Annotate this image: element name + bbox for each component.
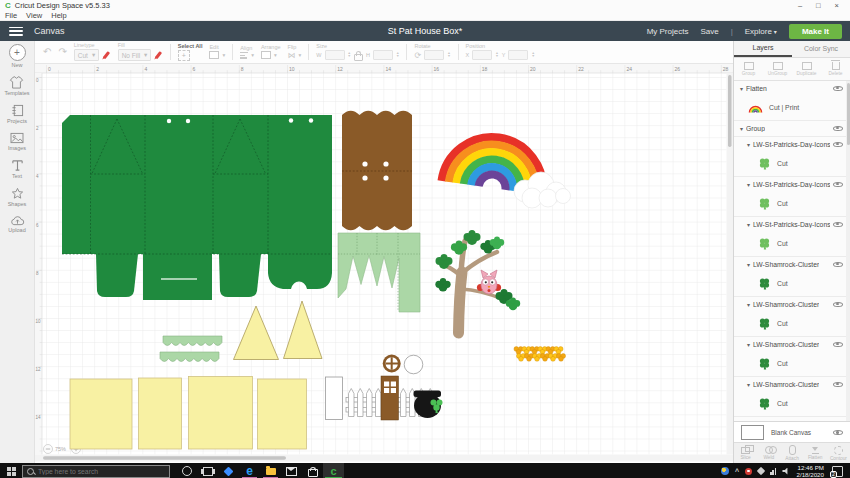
visibility-eye-icon[interactable] (833, 260, 843, 269)
v-scroll-thumb[interactable] (728, 75, 732, 147)
menu-help[interactable]: Help (51, 11, 66, 20)
search-input[interactable] (38, 468, 148, 475)
layer-group-icons[interactable]: ▾ LW-St-Patricks-Day-Icons-2 (734, 177, 850, 192)
caret-down-icon[interactable]: ▾ (747, 141, 750, 148)
round-door-window[interactable] (383, 354, 401, 372)
network-globe-tray-icon[interactable] (721, 467, 729, 475)
height-input[interactable] (373, 50, 393, 60)
flatten-button[interactable]: Flatten (804, 443, 827, 463)
visibility-eye-icon[interactable] (833, 140, 843, 149)
duplicate-button[interactable]: Duplicate (792, 58, 821, 80)
select-all-button[interactable]: + (178, 50, 190, 61)
action-center-icon[interactable]: 2 (832, 466, 843, 477)
design-canvas[interactable]: 0 2 4 6 8 10 12 14 16 18 20 22 24 26 (35, 64, 733, 463)
sidebar-item-text[interactable]: Text (11, 159, 24, 179)
cream-rectangles[interactable] (70, 376, 307, 449)
visibility-eye-icon[interactable] (833, 84, 843, 93)
layer-group-icons[interactable]: ▾ LW-St-Patricks-Day-Icons-2 (734, 137, 850, 152)
edge-app-button[interactable]: e (239, 463, 260, 478)
visibility-eye-icon[interactable] (833, 300, 843, 309)
tab-layers[interactable]: Layers (734, 41, 792, 57)
maximize-button[interactable]: □ (816, 1, 821, 10)
menu-view[interactable]: View (26, 11, 42, 20)
ungroup-button[interactable]: UnGroup (763, 58, 792, 80)
rotate-icon[interactable]: ⟳ (414, 51, 421, 60)
layer-linetype-label[interactable]: Cut (777, 400, 788, 407)
layer-linetype-label[interactable]: Cut (777, 320, 788, 327)
delete-button[interactable]: Delete (821, 58, 850, 80)
file-explorer-button[interactable] (260, 463, 281, 478)
task-view-button[interactable] (197, 463, 218, 478)
rotate-input[interactable] (424, 50, 444, 60)
cortana-button[interactable] (176, 463, 197, 478)
dropbox-app-button[interactable] (218, 463, 239, 478)
explore-dropdown[interactable]: Explore▾ (745, 27, 777, 36)
caret-down-icon[interactable]: ▾ (747, 381, 750, 388)
layer-item-clover[interactable]: Cut (734, 192, 850, 216)
caret-down-icon[interactable]: ▾ (747, 221, 750, 228)
caret-down-icon[interactable]: ▾ (747, 341, 750, 348)
h-scroll-thumb[interactable] (43, 456, 286, 460)
layer-linetype-label[interactable]: Cut (777, 360, 788, 367)
layer-group-shamrock-cluster[interactable]: ▾ LW-Shamrock-Cluster (734, 337, 850, 352)
cricut-app-button[interactable]: c (323, 463, 344, 478)
caret-down-icon[interactable]: ▾ (747, 421, 750, 422)
redo-icon[interactable]: ↷ (58, 47, 66, 57)
contour-button[interactable]: Contour (827, 443, 850, 463)
canvas-horizontal-scrollbar[interactable] (35, 454, 733, 461)
layer-item-shamrock[interactable]: Cut (734, 352, 850, 376)
my-projects-link[interactable]: My Projects (647, 27, 689, 36)
layer-linetype-label[interactable]: Cut (777, 200, 788, 207)
minimize-button[interactable]: – (798, 1, 802, 10)
white-rectangle[interactable] (326, 377, 343, 420)
width-stepper[interactable]: ▲▼ (348, 52, 351, 59)
slice-button[interactable]: Slice (734, 443, 757, 463)
visibility-eye-icon[interactable] (833, 420, 843, 422)
attach-button[interactable]: Attach (780, 443, 803, 463)
close-button[interactable]: × (835, 1, 839, 10)
layer-linetype-label[interactable]: Cut (777, 160, 788, 167)
group-button[interactable]: Group (734, 58, 763, 80)
dropbox-tray-icon[interactable] (757, 467, 765, 475)
layer-group-icons[interactable]: ▾ LW-St-Patricks-Day-Icons-2 (734, 217, 850, 232)
visibility-eye-icon[interactable] (833, 428, 843, 437)
layer-group-shamrock-cluster[interactable]: ▾ LW-Shamrock-Cluster (734, 297, 850, 312)
layer-linetype-label[interactable]: Cut (777, 280, 788, 287)
layer-item-shamrock[interactable]: Cut (734, 312, 850, 336)
caret-down-icon[interactable]: ▾ (747, 301, 750, 308)
save-link[interactable]: Save (700, 27, 718, 36)
sidebar-item-projects[interactable]: Projects (7, 104, 27, 124)
position-y-input[interactable] (508, 50, 528, 60)
sidebar-item-images[interactable]: Images (8, 132, 26, 151)
make-it-button[interactable]: Make It (789, 24, 842, 39)
arrange-icon[interactable] (261, 51, 271, 59)
layer-linetype-label[interactable]: Cut (777, 240, 788, 247)
visibility-eye-icon[interactable] (833, 124, 843, 133)
edit-dropdown-icon[interactable] (209, 51, 219, 59)
sidebar-item-upload[interactable]: Upload (8, 215, 25, 233)
mail-app-button[interactable] (281, 463, 302, 478)
canvas-nav-label[interactable]: Canvas (34, 26, 65, 36)
store-app-button[interactable] (302, 463, 323, 478)
layer-item-clover[interactable]: Cut (734, 232, 850, 256)
taskbar-search[interactable] (22, 465, 170, 478)
layers-scrollbar[interactable] (846, 81, 850, 422)
volume-icon[interactable] (782, 468, 790, 475)
tray-expand-chevron[interactable]: ^ (735, 468, 739, 475)
weld-button[interactable]: Weld (757, 443, 780, 463)
caret-down-icon[interactable]: ▾ (747, 181, 750, 188)
linetype-select[interactable]: Cut▾ (74, 49, 99, 61)
layer-group-flatten[interactable]: ▾ Flatten (734, 81, 850, 96)
visibility-eye-icon[interactable] (833, 380, 843, 389)
layer-item-shamrock[interactable]: Cut (734, 272, 850, 296)
sidebar-item-templates[interactable]: Templates (4, 76, 29, 96)
blank-canvas-swatch[interactable] (741, 425, 764, 440)
sidebar-item-new[interactable]: + New (9, 44, 26, 68)
fill-pen-icon[interactable] (155, 52, 162, 60)
layer-group-shamrock-cluster[interactable]: ▾ LW-Shamrock-Cluster (734, 257, 850, 272)
caret-down-icon[interactable]: ▾ (747, 261, 750, 268)
hamburger-menu-icon[interactable] (9, 27, 23, 36)
brown-scalloped-panel[interactable] (342, 111, 412, 231)
layer-item-clover[interactable]: Cut (734, 152, 850, 176)
start-button[interactable] (0, 467, 22, 476)
